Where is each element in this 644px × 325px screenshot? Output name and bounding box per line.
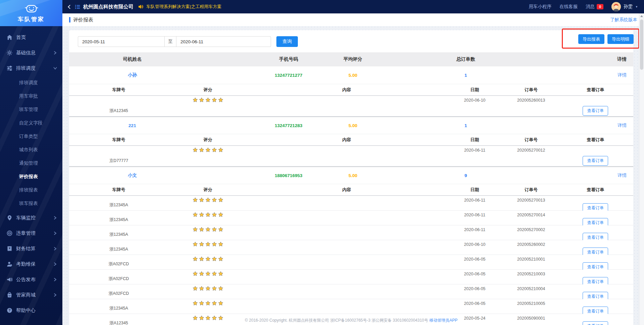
star-icon xyxy=(212,197,217,203)
user-menu[interactable]: 孙雯 ▼ xyxy=(611,2,638,11)
star-icon xyxy=(205,212,211,217)
star-icon xyxy=(212,286,217,291)
order-date: 2020-06-10 xyxy=(464,98,485,103)
menu-list-icon[interactable] xyxy=(75,4,80,9)
subheader-date: 日期 xyxy=(470,187,479,193)
driver-phone: 18806716953 xyxy=(275,173,303,178)
sidebar-item-首页[interactable]: 首页 xyxy=(0,30,62,45)
plate-number: 浙A02FCD xyxy=(109,261,129,267)
plate-number: 浙A02FCD xyxy=(109,291,129,296)
table-groups: 小孙132477212775.001详情车牌号评分内容日期订单号查看订单浙A12… xyxy=(69,66,633,325)
sidebar-subitem-班车管理[interactable]: 班车管理 xyxy=(0,103,62,116)
scrollbar-thumb[interactable] xyxy=(640,19,643,70)
sidebar-item-基础信息[interactable]: 基础信息 xyxy=(0,45,62,60)
sidebar-subitem-自定义字段[interactable]: 自定义字段 xyxy=(0,116,62,129)
driver-name[interactable]: 221 xyxy=(128,123,136,128)
search-button[interactable]: 查询 xyxy=(276,36,298,47)
plate-number: 浙A02FCD xyxy=(109,276,129,282)
sidebar-item-label: 考勤维保 xyxy=(16,261,36,267)
date-range-separator: 至 xyxy=(164,36,176,47)
order-subtable-header: 车牌号评分内容日期订单号查看订单 xyxy=(69,134,633,146)
export-detail-button[interactable]: 导出明细 xyxy=(607,34,634,44)
driver-summary-row: 221132477212835.001详情 xyxy=(69,116,633,134)
driver-name[interactable]: 小文 xyxy=(128,172,137,178)
star-icon xyxy=(218,286,223,291)
sidebar-item-label: 违章管理 xyxy=(16,230,36,236)
sidebar-item-label: 财务结算 xyxy=(16,246,36,252)
page-title-row: 评价报表 了解系统版本 xyxy=(62,13,644,26)
subheader-order-no: 订单号 xyxy=(525,87,538,93)
view-order-button[interactable]: 查看订单 xyxy=(583,106,608,116)
user-name: 孙雯 xyxy=(624,4,633,10)
driver-detail-link[interactable]: 详情 xyxy=(618,72,627,78)
avatar xyxy=(611,2,621,11)
driver-detail-link[interactable]: 详情 xyxy=(618,122,627,128)
order-row: 浙A02FCD2020-06-05202005210001查看订单 xyxy=(69,255,633,270)
star-icon xyxy=(218,212,223,217)
finance-yen-icon: ¥ xyxy=(7,246,12,252)
violation-badge-icon xyxy=(7,230,12,236)
view-order-button[interactable]: 查看订单 xyxy=(583,156,608,166)
star-rating xyxy=(193,301,223,306)
sidebar-subitem-班车报表[interactable]: 班车报表 xyxy=(0,197,62,210)
star-icon xyxy=(193,147,198,153)
star-icon xyxy=(218,197,223,203)
subheader-content: 内容 xyxy=(342,137,351,143)
sidebar-item-管家商城[interactable]: 管家商城 xyxy=(0,287,62,303)
sidebar-item-考勤维保[interactable]: ✓考勤维保 xyxy=(0,256,62,272)
system-version-link[interactable]: 了解系统版本 xyxy=(610,17,637,23)
messages-link[interactable]: 消息 0 xyxy=(586,4,603,10)
question-icon: ? xyxy=(7,308,12,313)
header-detail: 详情 xyxy=(617,56,627,62)
header-avg-score: 平均评分 xyxy=(343,56,362,62)
driver-name[interactable]: 小孙 xyxy=(128,72,137,78)
order-number: 202005210001 xyxy=(517,257,545,262)
sidebar-item-违章管理[interactable]: 违章管理 xyxy=(0,225,62,241)
star-rating xyxy=(193,271,223,276)
sidebar-item-公告发布[interactable]: 公告发布 xyxy=(0,272,62,287)
sidebar-item-帮助中心[interactable]: ?帮助中心 xyxy=(0,303,62,318)
sidebar-subitem-排班报表[interactable]: 排班报表 xyxy=(0,183,62,197)
scroll-up-arrow[interactable] xyxy=(640,15,643,17)
header-phone: 手机号码 xyxy=(279,56,298,62)
end-date-input[interactable] xyxy=(176,36,271,47)
collapse-back-icon[interactable] xyxy=(68,5,72,9)
order-row: 浙12345A2020-06-11202005270013查看订单 xyxy=(69,196,633,211)
svg-text:¥: ¥ xyxy=(9,247,10,250)
sidebar-item-车辆监控[interactable]: 车辆监控 xyxy=(0,210,62,225)
sidebar-item-财务结算[interactable]: ¥财务结算 xyxy=(0,241,62,256)
sidebar-subitem-排班调度[interactable]: 排班调度 xyxy=(0,76,62,89)
star-icon xyxy=(212,241,217,247)
star-icon xyxy=(199,286,204,291)
star-icon xyxy=(193,97,198,103)
shop-bag-icon xyxy=(7,292,12,298)
app-logo[interactable]: 车队管家 xyxy=(0,0,62,26)
order-number: 202005270013 xyxy=(517,198,545,203)
driver-summary-row: 小孙132477212775.001详情 xyxy=(69,66,633,84)
admin-app-link[interactable]: 移动管理员APP xyxy=(429,318,458,323)
online-service-link[interactable]: 在线客服 xyxy=(559,4,578,10)
sidebar-subitem-城市列表[interactable]: 城市列表 xyxy=(0,143,62,156)
start-date-input[interactable] xyxy=(78,36,164,47)
export-report-button[interactable]: 导出报表 xyxy=(578,34,604,44)
sidebar-subitem-订单类型[interactable]: 订单类型 xyxy=(0,129,62,143)
star-rating xyxy=(193,197,223,203)
order-subtable-header: 车牌号评分内容日期订单号查看订单 xyxy=(69,84,633,96)
header-order-count: 总订单数 xyxy=(456,56,475,62)
mini-program-link[interactable]: 用车小程序 xyxy=(529,4,552,10)
export-highlight-box: 导出报表 导出明细 xyxy=(562,29,639,49)
star-icon xyxy=(193,256,198,262)
megaphone-icon xyxy=(7,277,12,282)
subheader-content: 内容 xyxy=(342,87,351,93)
order-date: 2020-06-05 xyxy=(464,286,485,291)
order-date: 2020-06-11 xyxy=(464,198,485,203)
sidebar-subitem-通知管理[interactable]: 通知管理 xyxy=(0,156,62,170)
sidebar-subitem-评价报表[interactable]: 评价报表 xyxy=(0,170,62,183)
chevron-right-icon xyxy=(53,216,57,220)
sidebar-item-排班调度[interactable]: 排班调度 xyxy=(0,60,62,76)
star-icon xyxy=(199,271,204,276)
sidebar-subitem-用车审批[interactable]: 用车审批 xyxy=(0,89,62,103)
driver-detail-link[interactable]: 详情 xyxy=(618,172,627,178)
svg-text:?: ? xyxy=(8,308,10,312)
star-rating xyxy=(193,147,223,153)
